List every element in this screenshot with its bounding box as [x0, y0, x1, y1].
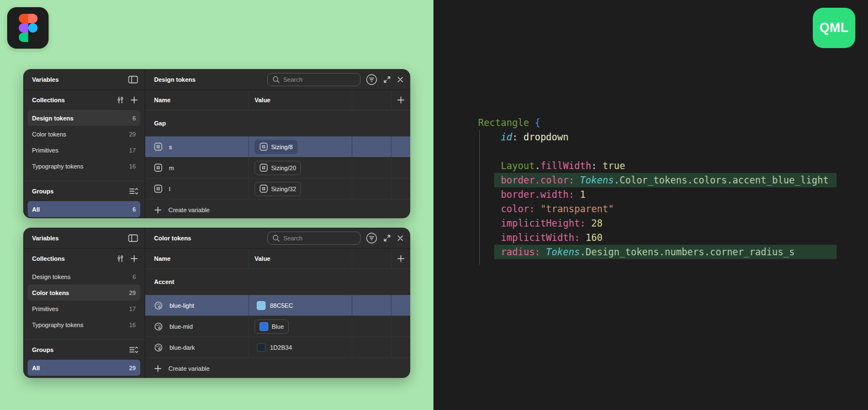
groups-label: Groups — [32, 188, 54, 195]
item-label: Color tokens — [32, 290, 69, 296]
value-color-hex[interactable]: 1D2B34 — [255, 343, 292, 352]
expand-icon[interactable] — [383, 234, 391, 243]
number-icon — [154, 143, 162, 151]
groups-label: Groups — [32, 346, 54, 353]
filter-icon[interactable] — [366, 232, 378, 244]
variable-row-blue-light[interactable]: blue-light88C5EC — [145, 295, 410, 316]
close-icon[interactable] — [396, 234, 404, 242]
code-token: id — [501, 132, 512, 143]
item-count: 16 — [129, 163, 136, 170]
add-collection-icon[interactable] — [130, 255, 138, 262]
variable-row-blue-mid[interactable]: blue-midBlue — [145, 316, 410, 337]
variable-name: blue-light — [170, 302, 194, 309]
code-token — [529, 117, 534, 128]
variable-row-s[interactable]: sSizing/8 — [145, 136, 410, 157]
plus-icon — [154, 365, 162, 372]
variables-table: Color tokens Search Name Value Accent bl… — [145, 228, 410, 378]
expand-icon[interactable] — [383, 75, 391, 84]
sidebar-item-design-tokens[interactable]: Design tokens6 — [28, 110, 140, 126]
code-token — [574, 175, 580, 186]
number-icon — [260, 164, 268, 172]
item-label: Typography tokens — [32, 322, 83, 328]
variable-row-blue-dark[interactable]: blue-dark1D2B34 — [145, 337, 410, 358]
color-swatch — [257, 301, 266, 310]
variable-row-l[interactable]: lSizing/32 — [145, 178, 410, 199]
number-icon — [260, 143, 268, 151]
table-title: Design tokens — [154, 76, 195, 83]
item-count: 6 — [133, 115, 136, 122]
code-token: 28 — [591, 218, 602, 229]
collections-list: Design tokens6Color tokens29Primitives17… — [23, 110, 145, 174]
sidebar-item-design-tokens[interactable]: Design tokens6 — [28, 269, 140, 285]
collapse-groups-icon[interactable] — [129, 345, 138, 354]
collections-label: Collections — [32, 97, 65, 103]
code-line: border.width: 1 — [478, 187, 829, 202]
item-label: All — [32, 365, 40, 371]
create-variable-button[interactable]: Create variable — [145, 358, 410, 378]
toggle-sidebar-icon[interactable] — [128, 76, 138, 83]
palette-icon — [154, 322, 163, 331]
value-color-alias-pill[interactable]: Blue — [255, 319, 289, 334]
search-input[interactable]: Search — [267, 232, 361, 245]
variable-group-header[interactable]: Accent — [145, 269, 410, 295]
add-collection-icon[interactable] — [130, 96, 138, 104]
number-icon — [154, 185, 162, 193]
sidebar-item-primitives[interactable]: Primitives17 — [28, 142, 140, 158]
code-token: Tokens — [580, 175, 613, 186]
code-line: implicitWidth: 160 — [478, 230, 829, 245]
code-token: . — [534, 160, 540, 171]
code-token — [478, 246, 501, 257]
code-token: "transparent" — [541, 203, 614, 214]
search-input[interactable]: Search — [267, 73, 361, 86]
filter-icon[interactable] — [366, 73, 378, 86]
item-count: 29 — [129, 290, 136, 296]
sidebar-item-color-tokens[interactable]: Color tokens29 — [28, 285, 140, 301]
value-alias-pill[interactable]: Sizing/32 — [255, 182, 301, 196]
adjust-sliders-icon[interactable] — [116, 96, 125, 104]
variable-rows: sSizing/8mSizing/20lSizing/32 — [145, 136, 410, 199]
palette-icon — [154, 343, 163, 352]
code-token — [478, 175, 501, 186]
collapse-groups-icon[interactable] — [129, 187, 138, 196]
item-count: 17 — [129, 306, 136, 312]
value-alias-pill[interactable]: Sizing/8 — [255, 140, 298, 154]
variable-group-header[interactable]: Gap — [145, 111, 410, 136]
item-label: Design tokens — [32, 274, 71, 280]
qml-code-block: Rectangle { id: dropdown Layout.fillWidt… — [478, 115, 829, 259]
code-token — [574, 189, 580, 200]
code-token — [478, 203, 501, 214]
sidebar-item-primitives[interactable]: Primitives17 — [28, 301, 140, 317]
qml-logo-label: QML — [819, 20, 849, 35]
value-alias-pill[interactable]: Sizing/20 — [255, 161, 301, 175]
sidebar-item-color-tokens[interactable]: Color tokens29 — [28, 126, 140, 142]
add-variable-icon[interactable] — [397, 255, 405, 262]
figma-variables-panel-design-tokens: Variables Collections Design tokens6Colo… — [23, 69, 410, 218]
toggle-sidebar-icon[interactable] — [128, 234, 138, 242]
code-token — [478, 232, 501, 243]
variable-name: blue-dark — [170, 344, 195, 351]
code-line: radius: Tokens.Design_tokens.numbers.cor… — [478, 245, 829, 259]
code-token: 160 — [586, 232, 603, 243]
code-token: .Color_tokens.colors.accent_blue_light — [614, 175, 829, 186]
variable-row-m[interactable]: mSizing/20 — [145, 157, 410, 178]
value-color-hex[interactable]: 88C5EC — [255, 301, 293, 310]
add-variable-icon[interactable] — [397, 96, 405, 104]
collections-label: Collections — [32, 255, 65, 262]
close-icon[interactable] — [396, 76, 404, 83]
value-column-header: Value — [255, 255, 271, 262]
sidebar-item-all[interactable]: All6 — [28, 201, 140, 217]
search-icon — [272, 234, 280, 242]
sidebar-item-all[interactable]: All29 — [28, 360, 140, 376]
variable-name: blue-mid — [170, 323, 193, 330]
adjust-sliders-icon[interactable] — [116, 254, 125, 263]
figma-logo — [7, 7, 49, 49]
variable-name: m — [169, 165, 174, 171]
item-count: 17 — [129, 147, 136, 154]
search-placeholder: Search — [283, 235, 303, 241]
code-token: Rectangle — [478, 117, 529, 128]
sidebar-item-typography-tokens[interactable]: Typography tokens16 — [28, 158, 140, 174]
code-token: { — [534, 117, 540, 128]
sidebar-item-typography-tokens[interactable]: Typography tokens16 — [28, 317, 140, 333]
create-variable-button[interactable]: Create variable — [145, 199, 410, 218]
item-label: All — [32, 206, 40, 213]
